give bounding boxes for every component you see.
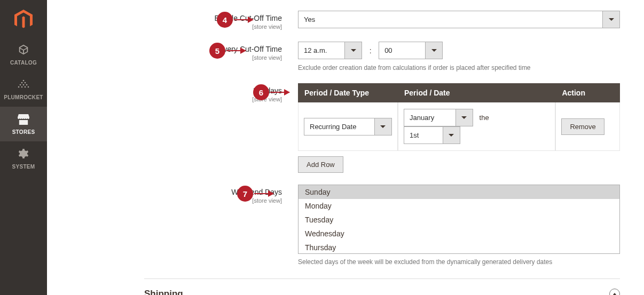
list-item[interactable]: Monday <box>299 199 619 213</box>
nav-stores[interactable]: STORES <box>0 107 47 141</box>
period-type-select[interactable]: Recurring Date <box>304 118 392 135</box>
svg-point-6 <box>18 86 20 88</box>
arrow-icon <box>234 19 253 20</box>
th-period-type: Period / Date Type <box>298 83 398 102</box>
th-period-date: Period / Date <box>398 83 555 102</box>
scope-label: [store view] <box>47 54 282 61</box>
callout-badge-7: 7 <box>237 186 253 202</box>
svg-point-7 <box>21 86 23 88</box>
svg-point-9 <box>28 86 29 88</box>
day-select[interactable]: 1st <box>404 126 460 144</box>
remove-button[interactable]: Remove <box>561 118 604 135</box>
table-row: Recurring Date January the 1st <box>298 102 620 151</box>
scope-label: [store view] <box>47 23 282 30</box>
cube-icon <box>18 44 29 57</box>
svg-point-4 <box>23 84 25 86</box>
list-item[interactable]: Sunday <box>299 185 619 199</box>
nav-label: STORES <box>12 129 35 135</box>
add-row-button[interactable]: Add Row <box>298 156 343 173</box>
arrow-icon <box>254 193 273 194</box>
weekend-days-multiselect[interactable]: Sunday Monday Tuesday Wednesday Thursday <box>298 185 620 254</box>
field-hint: Selected days of the week will be exclud… <box>298 258 620 266</box>
row-weekend-days: 7 Weekend Days [store view] Sunday Monda… <box>47 185 644 266</box>
section-title: Shipping <box>144 289 183 295</box>
collapse-icon[interactable] <box>609 289 620 295</box>
list-item[interactable]: Thursday <box>299 241 619 254</box>
cutoff-minute-select[interactable]: 00 <box>379 42 443 59</box>
nav-label: SYSTEM <box>12 164 35 170</box>
the-text: the <box>475 114 493 122</box>
svg-point-5 <box>26 84 28 86</box>
gear-icon <box>18 149 29 161</box>
magento-logo[interactable] <box>0 0 47 36</box>
cutoff-hour-select[interactable]: 12 a.m. <box>298 42 362 59</box>
callout-badge-6: 6 <box>253 84 269 100</box>
nav-system[interactable]: SYSTEM <box>0 141 47 176</box>
row-delivery-cutoff: 5 Delivery Cut-Off Time [store view] 12 … <box>47 42 644 71</box>
time-separator: : <box>364 42 377 60</box>
row-holidays: 6 Holidays [store view] Period / Date Ty… <box>47 83 644 173</box>
admin-sidebar: CATALOG PLUMROCKET STORES SYSTEM <box>0 0 47 295</box>
nav-catalog[interactable]: CATALOG <box>0 36 47 72</box>
field-hint: Exclude order creation date from calcula… <box>298 64 620 71</box>
svg-point-2 <box>25 82 26 84</box>
nav-label: PLUMROCKET <box>4 94 43 100</box>
scope-label: [store view] <box>47 96 282 102</box>
svg-point-8 <box>25 86 26 88</box>
nav-label: CATALOG <box>10 60 37 66</box>
svg-point-1 <box>21 82 23 84</box>
shipping-section-header[interactable]: Shipping <box>47 279 644 295</box>
svg-point-0 <box>23 80 25 82</box>
th-action: Action <box>555 83 620 102</box>
main-content: 4 Enable Cut-Off Time [store view] Yes 5… <box>47 0 644 295</box>
holidays-table: Period / Date Type Period / Date Action … <box>298 83 620 151</box>
row-enable-cutoff: 4 Enable Cut-Off Time [store view] Yes <box>47 11 644 30</box>
store-icon <box>18 114 29 126</box>
list-item[interactable]: Tuesday <box>299 213 619 227</box>
nav-plumrocket[interactable]: PLUMROCKET <box>0 72 47 107</box>
enable-cutoff-select[interactable]: Yes <box>298 11 620 28</box>
arrow-icon <box>226 50 246 51</box>
dots-triangle-icon <box>18 79 29 91</box>
callout-badge-4: 4 <box>217 12 233 28</box>
month-select[interactable]: January <box>404 109 473 126</box>
list-item[interactable]: Wednesday <box>299 227 619 241</box>
svg-point-3 <box>20 84 21 86</box>
callout-badge-5: 5 <box>209 43 225 59</box>
arrow-icon <box>270 92 289 93</box>
